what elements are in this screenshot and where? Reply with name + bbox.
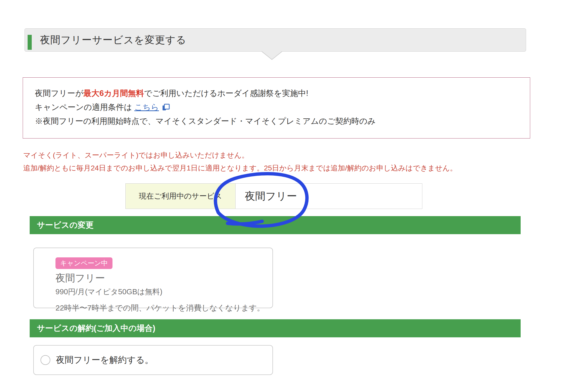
cancel-radio-button[interactable] bbox=[41, 355, 50, 365]
external-link-icon[interactable] bbox=[162, 104, 170, 111]
title-accent-bar bbox=[28, 35, 32, 50]
pointer-triangle bbox=[261, 51, 283, 61]
section-header-change: サービスの変更 bbox=[30, 216, 521, 234]
service-price: 990円/月(マイピタ50GBは無料) bbox=[55, 287, 272, 297]
section-header-cancel: サービスの解約(ご加入中の場合) bbox=[30, 319, 521, 337]
campaign-line1-highlight: 最大6カ月間無料 bbox=[83, 89, 144, 98]
current-service-table: 現在ご利用中のサービス 夜間フリー bbox=[125, 183, 422, 209]
service-change-card[interactable]: キャンペーン中 夜間フリー 990円/月(マイピタ50GBは無料) 22時半〜7… bbox=[33, 248, 273, 308]
campaign-line-2: キャンペーンの適用条件は こちら bbox=[35, 100, 530, 114]
service-cancel-card[interactable]: 夜間フリーを解約する。 bbox=[33, 345, 273, 375]
campaign-badge: キャンペーン中 bbox=[55, 257, 112, 269]
service-description: 22時半〜7時半までの間、パケットを消費しなくなります。 bbox=[55, 303, 272, 313]
warning-text: マイそく(ライト、スーパーライト)ではお申し込みいただけません。 bbox=[23, 150, 249, 160]
campaign-notice-box: 夜間フリーが最大6カ月間無料でご利用いただけるホーダイ感謝祭を実施中! キャンペ… bbox=[23, 77, 530, 138]
page: 夜間フリーサービスを変更する 夜間フリーが最大6カ月間無料でご利用いただけるホー… bbox=[0, 0, 581, 392]
campaign-line-1: 夜間フリーが最大6カ月間無料でご利用いただけるホーダイ感謝祭を実施中! bbox=[35, 86, 530, 100]
page-title: 夜間フリーサービスを変更する bbox=[40, 33, 186, 47]
service-title: 夜間フリー bbox=[55, 272, 272, 285]
section-title-bar: 夜間フリーサービスを変更する bbox=[25, 28, 526, 52]
cancel-radio-label: 夜間フリーを解約する。 bbox=[56, 354, 154, 366]
warning-text: 追加/解約ともに毎月24日までのお申し込みで翌月1日に適用となります。25日から… bbox=[23, 163, 457, 173]
campaign-line-3: ※夜間フリーの利用開始時点で、マイそくスタンダード・マイそくプレミアムのご契約時… bbox=[35, 114, 530, 128]
current-service-value: 夜間フリー bbox=[236, 184, 422, 209]
kochira-link[interactable]: こちら bbox=[134, 103, 159, 112]
campaign-line2-prefix: キャンペーンの適用条件は bbox=[35, 103, 134, 112]
current-service-label: 現在ご利用中のサービス bbox=[126, 184, 236, 209]
campaign-line1-suffix: でご利用いただけるホーダイ感謝祭を実施中! bbox=[144, 89, 308, 98]
campaign-line1-prefix: 夜間フリーが bbox=[35, 89, 83, 98]
